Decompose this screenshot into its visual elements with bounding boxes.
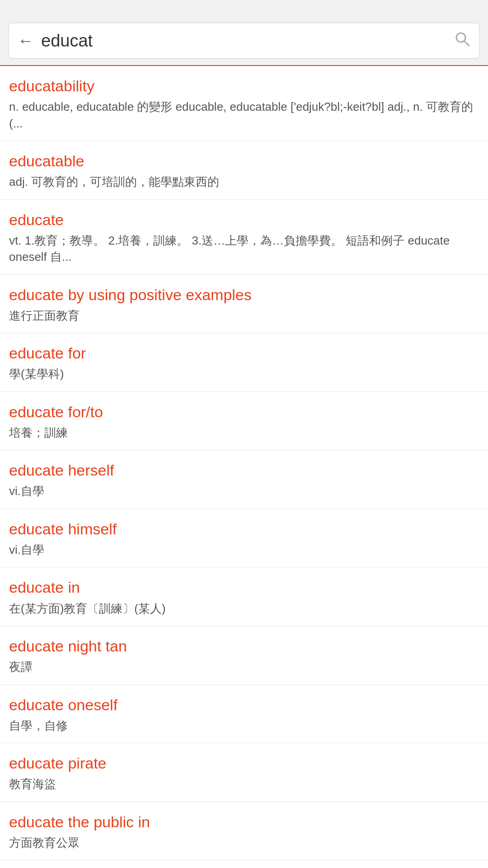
result-title: educate pirate <box>9 753 479 773</box>
list-item[interactable]: educate oneself自學，自修 <box>0 685 488 744</box>
list-item[interactable]: educate night tan夜譚 <box>0 626 488 685</box>
result-desc: 在(某方面)教育〔訓練〕(某人) <box>9 600 479 617</box>
result-title: educate for <box>9 343 479 363</box>
result-title: educate by using positive examples <box>9 285 479 305</box>
list-item[interactable]: educatabilityn. educable, educatable 的變形… <box>0 66 488 141</box>
result-title: educate in <box>9 577 479 597</box>
list-item[interactable]: educate by using positive examples進行正面教育 <box>0 275 488 334</box>
result-desc: 方面教育公眾 <box>9 835 479 851</box>
result-title: educate night tan <box>9 636 479 656</box>
result-title: educate the public in <box>9 812 479 832</box>
list-item[interactable]: educate for/to培養；訓練 <box>0 392 488 451</box>
result-desc: 教育海盜 <box>9 776 479 792</box>
list-item[interactable]: educate herselfvi.自學 <box>0 450 488 509</box>
search-bar-container: ← <box>0 18 488 65</box>
result-title: educate oneself <box>9 695 479 715</box>
result-desc: 學(某學科) <box>9 366 479 382</box>
list-item[interactable]: educate pirate教育海盜 <box>0 743 488 802</box>
search-input[interactable] <box>41 31 454 51</box>
list-item[interactable]: educate himselfvi.自學 <box>0 509 488 568</box>
search-bar: ← <box>8 23 480 59</box>
result-desc: vi.自學 <box>9 483 479 499</box>
result-title: educate herself <box>9 460 479 480</box>
result-desc: adj. 可教育的，可培訓的，能學點東西的 <box>9 174 479 190</box>
result-title: educate himself <box>9 519 479 539</box>
back-icon[interactable]: ← <box>18 31 34 50</box>
result-desc: 夜譚 <box>9 659 479 675</box>
list-item[interactable]: educate themselvesvi.自學 <box>0 860 488 868</box>
result-title: educatable <box>9 151 479 171</box>
status-bar <box>0 0 488 18</box>
list-item[interactable]: educatevt. 1.教育；教導。 2.培養，訓練。 3.送…上學，為…負擔… <box>0 200 488 275</box>
result-desc: 自學，自修 <box>9 717 479 734</box>
svg-line-1 <box>465 41 469 46</box>
search-icon[interactable] <box>454 31 470 51</box>
list-item[interactable]: educate in在(某方面)教育〔訓練〕(某人) <box>0 567 488 626</box>
result-title: educate for/to <box>9 402 479 422</box>
results-list: educatabilityn. educable, educatable 的變形… <box>0 66 488 868</box>
result-title: educatability <box>9 76 479 96</box>
list-item[interactable]: educate the public in方面教育公眾 <box>0 802 488 861</box>
result-title: educate <box>9 210 479 230</box>
result-desc: 培養；訓練 <box>9 425 479 441</box>
result-desc: 進行正面教育 <box>9 307 479 324</box>
list-item[interactable]: educatableadj. 可教育的，可培訓的，能學點東西的 <box>0 141 488 200</box>
result-desc: vt. 1.教育；教導。 2.培養，訓練。 3.送…上學，為…負擔學費。 短語和… <box>9 232 479 265</box>
result-desc: n. educable, educatable 的變形 educable, ed… <box>9 99 479 132</box>
list-item[interactable]: educate for學(某學科) <box>0 333 488 392</box>
result-desc: vi.自學 <box>9 542 479 558</box>
